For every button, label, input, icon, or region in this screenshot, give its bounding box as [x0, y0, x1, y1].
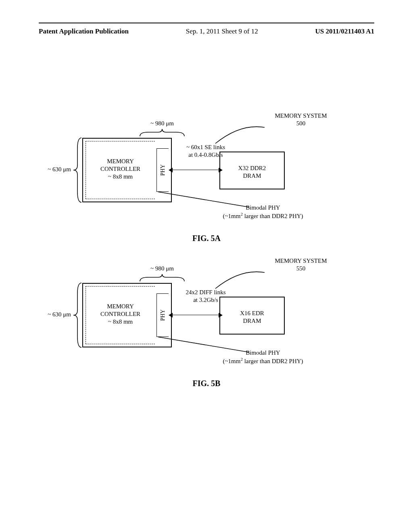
header-right: US 2011/0211403 A1 — [315, 27, 374, 35]
dram-box: X16 EDR DRAM — [219, 297, 285, 335]
link-arrow-line — [172, 315, 219, 315]
width-dimension: ~ 980 μm — [138, 265, 186, 283]
height-dimension: ~ 630 μm — [39, 281, 82, 349]
dram-line1: X32 DDR2 — [238, 165, 266, 171]
height-dimension: ~ 630 μm — [39, 136, 82, 204]
arrow-left-icon — [169, 168, 173, 172]
width-dimension: ~ 980 μm — [138, 120, 186, 138]
memory-controller-box: MEMORY CONTROLLER ~ 8x8 mm — [86, 286, 155, 344]
height-label: ~ 630 μm — [39, 166, 71, 173]
dram-box: X32 DDR2 DRAM — [219, 152, 285, 189]
link-line2: at 3.2Gb/s — [193, 297, 218, 303]
arrow-left-icon — [169, 313, 173, 318]
phy-box: PHY — [156, 293, 169, 337]
memory-system-line2: 550 — [296, 265, 306, 272]
phy-label: PHY — [160, 164, 166, 176]
memory-controller-line2: CONTROLLER — [100, 166, 140, 172]
memory-controller-label: MEMORY CONTROLLER ~ 8x8 mm — [86, 158, 155, 180]
link-line2: at 0.4-0.8Gb/s — [188, 152, 223, 158]
width-label: ~ 980 μm — [138, 120, 186, 127]
memory-controller-label: MEMORY CONTROLLER ~ 8x8 mm — [86, 303, 155, 325]
phy-note: Bimodal PHY (~1mm2 larger than DDR2 PHY) — [211, 204, 315, 220]
page-header: Patent Application Publication Sep. 1, 2… — [39, 27, 374, 35]
link-arrow-line — [172, 170, 219, 170]
figure-caption: FIG. 5B — [39, 379, 374, 388]
dram-line1: X16 EDR — [240, 310, 264, 316]
memory-controller-line2: CONTROLLER — [100, 311, 140, 317]
memory-system-label: MEMORY SYSTEM 550 — [265, 257, 337, 272]
header-left: Patent Application Publication — [39, 27, 129, 35]
figure-5a: MEMORY SYSTEM 500 ~ 980 μm ~ 630 μm MEMO… — [39, 112, 374, 233]
link-line1: 24x2 DIFF links — [186, 289, 225, 295]
phy-note-line2a: (~1mm — [223, 213, 240, 219]
dram-line2: DRAM — [243, 172, 261, 179]
memory-system-label: MEMORY SYSTEM 500 — [265, 112, 337, 127]
phy-note: Bimodal PHY (~1mm2 larger than DDR2 PHY) — [211, 349, 315, 365]
phy-label: PHY — [160, 310, 166, 321]
memory-system-line1: MEMORY SYSTEM — [275, 112, 327, 119]
phy-note-line1: Bimodal PHY — [246, 204, 280, 211]
phy-box: PHY — [156, 148, 169, 192]
figure-caption: FIG. 5A — [39, 234, 374, 243]
brace-top-icon — [138, 273, 186, 282]
figure-5b: MEMORY SYSTEM 550 ~ 980 μm ~ 630 μm MEMO… — [39, 257, 374, 378]
memory-system-line1: MEMORY SYSTEM — [275, 258, 327, 264]
header-center: Sep. 1, 2011 Sheet 9 of 12 — [186, 27, 258, 35]
phy-note-line1: Bimodal PHY — [246, 349, 280, 356]
page-frame: Patent Application Publication Sep. 1, 2… — [39, 23, 374, 509]
link-line1: ~ 60x1 SE links — [186, 144, 225, 150]
phy-note-line2b: larger than DDR2 PHY) — [243, 358, 303, 364]
memory-controller-line1: MEMORY — [107, 158, 134, 164]
memory-controller-line3: ~ 8x8 mm — [108, 318, 133, 325]
phy-note-line2a: (~1mm — [223, 358, 240, 364]
memory-controller-line3: ~ 8x8 mm — [108, 173, 133, 180]
brace-left-icon — [72, 136, 82, 204]
dram-line2: DRAM — [243, 318, 261, 324]
width-label: ~ 980 μm — [138, 265, 186, 272]
brace-top-icon — [138, 128, 186, 137]
memory-system-line2: 500 — [296, 120, 306, 127]
memory-controller-box: MEMORY CONTROLLER ~ 8x8 mm — [86, 141, 155, 199]
height-label: ~ 630 μm — [39, 311, 71, 318]
phy-note-line2b: larger than DDR2 PHY) — [243, 213, 303, 219]
brace-left-icon — [72, 281, 82, 349]
memory-controller-line1: MEMORY — [107, 303, 134, 310]
